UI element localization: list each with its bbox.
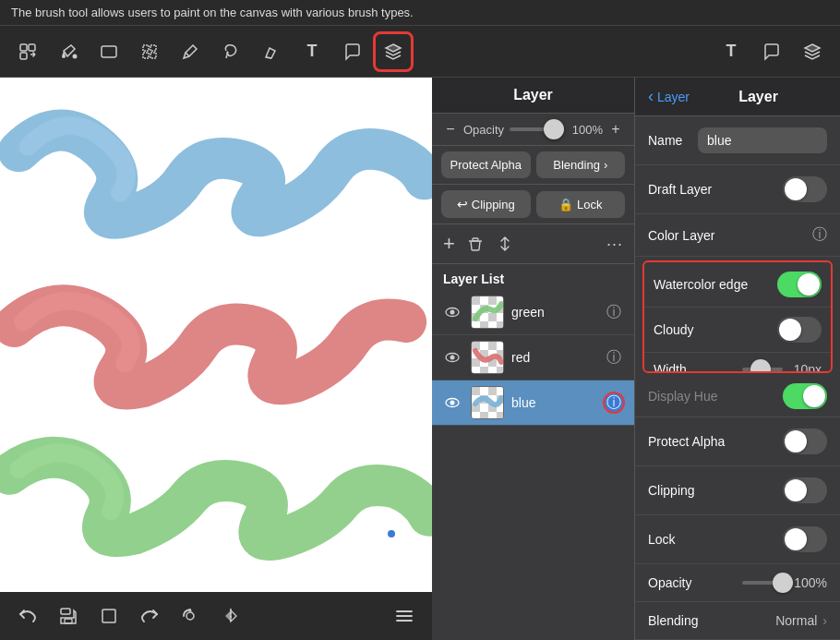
rp-blending-chevron: › — [822, 613, 827, 628]
eyedropper-button[interactable] — [170, 31, 210, 72]
more-options-button[interactable]: ··· — [606, 235, 623, 254]
clipping-row: Clipping — [635, 466, 840, 515]
display-hue-label: Display Hue — [648, 389, 783, 404]
width-value: 10px — [790, 362, 822, 373]
layer-actions-row: + ··· — [432, 224, 634, 264]
clipping-toggle[interactable] — [783, 477, 827, 503]
blue-dot — [388, 530, 395, 537]
watercolor-section: Watercolor edge Cloudy Width — [642, 260, 833, 373]
width-slider[interactable] — [742, 368, 783, 371]
layers2-button[interactable] — [792, 31, 833, 72]
opacity-increase-button[interactable]: + — [608, 121, 623, 138]
redo-button[interactable] — [133, 599, 166, 633]
layers-button[interactable] — [373, 31, 414, 72]
protect-alpha-toggle[interactable] — [783, 429, 827, 454]
watercolor-edge-label: Watercolor edge — [654, 277, 777, 292]
svg-rect-11 — [102, 610, 115, 622]
text-button[interactable]: T — [292, 31, 332, 72]
rp-blending-label: Blending — [648, 613, 775, 628]
crop-button[interactable] — [92, 599, 126, 633]
eraser-button[interactable] — [251, 31, 292, 72]
lock-button[interactable]: 🔒 Lock — [536, 191, 626, 218]
svg-rect-33 — [480, 367, 488, 374]
name-input[interactable] — [698, 127, 827, 153]
lasso-button[interactable] — [210, 31, 251, 72]
lock-row: Lock — [635, 515, 840, 564]
clipping-icon: ↩ — [457, 197, 468, 211]
watercolor-edge-toggle[interactable] — [777, 272, 822, 297]
opacity-value: 100% — [570, 123, 603, 137]
width-slider-thumb[interactable] — [750, 359, 771, 373]
reorder-layer-button[interactable] — [496, 235, 514, 253]
speech-button[interactable] — [332, 31, 373, 72]
cloudy-toggle[interactable] — [777, 317, 822, 343]
draft-layer-toggle[interactable] — [783, 176, 827, 202]
lock-label: Lock — [648, 532, 783, 547]
canvas-area[interactable] — [0, 78, 432, 640]
draft-layer-toggle-thumb — [785, 178, 807, 200]
app-body: Layer − Opacity 100% + Protect Alpha Ble… — [0, 78, 840, 640]
blending-button[interactable]: Blending › — [536, 151, 626, 178]
layer-thumb-blue — [471, 386, 504, 419]
shape-button[interactable] — [89, 31, 129, 72]
display-hue-toggle[interactable] — [783, 383, 827, 409]
back-button[interactable]: ‹ Layer — [648, 87, 690, 106]
clip-lock-row: ↩ Clipping 🔒 Lock — [432, 185, 634, 224]
layer-item-red[interactable]: red ⓘ — [432, 335, 634, 380]
opacity-slider[interactable] — [510, 127, 564, 131]
draft-layer-row: Draft Layer — [635, 165, 840, 214]
svg-rect-17 — [488, 296, 497, 305]
svg-rect-4 — [102, 46, 116, 57]
watercolor-edge-toggle-thumb — [798, 273, 820, 296]
svg-rect-21 — [488, 313, 497, 321]
svg-rect-7 — [143, 53, 149, 58]
layer-visibility-blue[interactable] — [441, 392, 463, 414]
rotate-button[interactable] — [174, 599, 207, 633]
protect-alpha-button[interactable]: Protect Alpha — [441, 151, 531, 178]
rp-blending-value: Normal — [775, 613, 817, 628]
rp-opacity-label: Opacity — [648, 575, 733, 590]
svg-rect-2 — [29, 44, 35, 51]
color-layer-info-icon[interactable]: ⓘ — [812, 225, 827, 245]
save-button[interactable] — [52, 599, 85, 633]
lock-toggle[interactable] — [783, 526, 827, 552]
rp-blending-row[interactable]: Blending Normal › — [635, 602, 840, 640]
protect-alpha-row: Protect Alpha — [635, 417, 840, 466]
rp-opacity-slider-thumb[interactable] — [773, 573, 793, 593]
clipping-button[interactable]: ↩ Clipping — [441, 190, 531, 218]
undo-button[interactable] — [11, 599, 44, 633]
layer-item-green[interactable]: green ⓘ — [432, 290, 634, 335]
svg-point-14 — [450, 310, 455, 315]
canvas-content — [0, 78, 432, 640]
layer-thumb-red — [471, 341, 504, 374]
text2-button[interactable]: T — [711, 31, 751, 72]
rp-opacity-slider-container: 100% — [742, 575, 827, 590]
flip-button[interactable] — [214, 599, 247, 633]
selection-button[interactable] — [129, 31, 170, 72]
opacity-decrease-button[interactable]: − — [443, 121, 458, 138]
menu-button[interactable] — [388, 599, 421, 633]
layer-info-blue[interactable]: ⓘ — [603, 392, 625, 414]
right-panel-title: Layer — [738, 89, 778, 105]
delete-layer-button[interactable] — [466, 235, 485, 253]
back-label: Layer — [657, 90, 690, 104]
layer-info-red[interactable]: ⓘ — [603, 346, 625, 368]
cloudy-toggle-thumb — [779, 319, 801, 341]
paint-bucket-button[interactable] — [48, 31, 89, 72]
tooltip-text: The brush tool allows users to paint on … — [11, 6, 414, 19]
width-slider-container: 10px — [742, 362, 822, 373]
opacity-slider-thumb[interactable] — [544, 119, 564, 139]
layer-visibility-red[interactable] — [441, 346, 463, 368]
blending-label: Blending — [553, 158, 600, 172]
opacity-row: − Opacity 100% + — [432, 114, 634, 146]
svg-point-25 — [450, 356, 455, 360]
add-layer-button[interactable]: + — [443, 232, 455, 256]
speech2-button[interactable] — [751, 31, 792, 72]
layer-item-blue[interactable]: blue ⓘ — [432, 380, 634, 426]
svg-rect-23 — [497, 321, 504, 329]
layer-info-green[interactable]: ⓘ — [603, 301, 625, 323]
svg-rect-6 — [150, 45, 156, 51]
export-button[interactable] — [7, 31, 48, 72]
rp-opacity-slider[interactable] — [742, 581, 785, 585]
layer-visibility-green[interactable] — [441, 301, 463, 323]
